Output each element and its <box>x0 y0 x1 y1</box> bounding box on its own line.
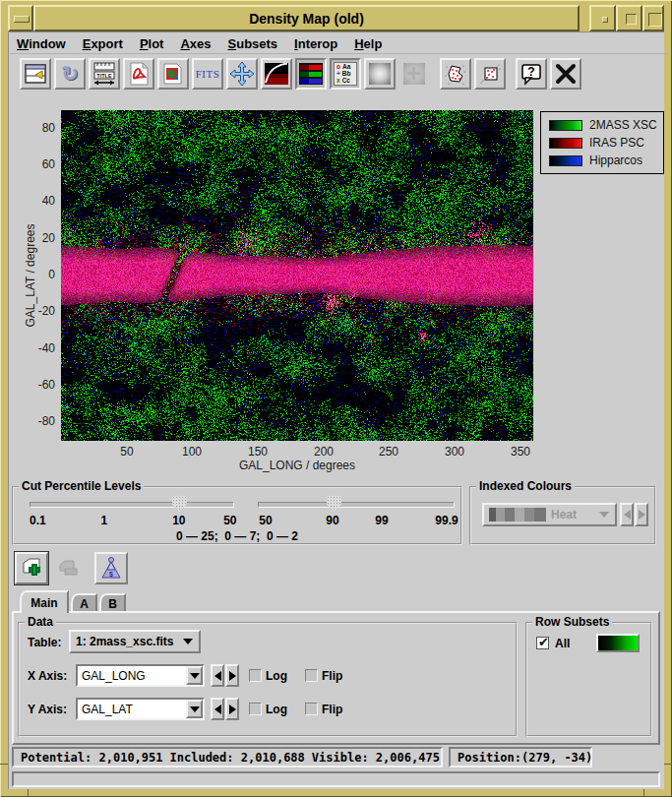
menu-help[interactable]: Help <box>354 36 382 51</box>
x-tick: 250 <box>367 445 410 459</box>
x-axis-dropdown-button[interactable] <box>186 666 203 685</box>
redraw-icon: ↻ <box>61 62 79 86</box>
x-tick: 150 <box>236 445 279 459</box>
image-icon <box>162 63 184 85</box>
subset-from-visible-button[interactable] <box>474 58 506 90</box>
cut-levels-title: Cut Percentile Levels <box>19 479 144 493</box>
minimize-icon <box>602 17 608 23</box>
indexed-colours-title: Indexed Colours <box>476 479 575 493</box>
subset-all-colormap-button[interactable] <box>596 634 640 652</box>
subset-all-checkbox[interactable] <box>536 637 549 649</box>
y-axis-select[interactable]: GAL_LAT <box>76 698 205 720</box>
arrow-left-icon <box>624 510 631 520</box>
svg-text:?: ? <box>527 65 534 79</box>
arrow-right-icon <box>229 705 236 714</box>
lower-slider-thumb[interactable] <box>172 496 187 512</box>
density-map-plot[interactable] <box>61 110 533 441</box>
y-axis-dropdown-button[interactable] <box>186 700 203 718</box>
split-window-icon <box>25 64 46 84</box>
close-button[interactable] <box>550 58 581 90</box>
fits-icon: FITS <box>196 68 220 80</box>
smooth-button[interactable] <box>364 58 396 90</box>
tab-a[interactable]: A <box>71 593 97 613</box>
export-image-button[interactable] <box>157 58 189 90</box>
x-axis-next-button[interactable] <box>225 664 239 687</box>
toggle-control-window-button[interactable] <box>20 58 51 90</box>
frame-seam <box>0 764 8 765</box>
x-flip-checkbox[interactable] <box>305 669 318 682</box>
x-log-checkbox[interactable] <box>249 669 262 682</box>
x-tick: 200 <box>302 445 345 459</box>
menubar: Window Export Plot Axes Subsets Interop … <box>10 33 669 54</box>
frame-seam <box>28 789 29 797</box>
visible-label: Visible: <box>312 751 369 765</box>
tab-b[interactable]: B <box>99 593 126 613</box>
legend-icon: oAa +Bb xCc <box>334 62 357 86</box>
table-select[interactable]: 1: 2mass_xsc.fits <box>69 630 201 653</box>
cut-levels-button[interactable] <box>261 58 292 90</box>
chevron-down-icon <box>599 512 609 518</box>
export-pdf-button[interactable] <box>123 58 154 90</box>
menu-window[interactable]: Window <box>17 36 66 51</box>
close-icon <box>555 63 577 85</box>
chevron-down-icon <box>190 673 200 679</box>
legend-toggle[interactable]: oAa +Bb xCc <box>330 58 361 90</box>
colormap-next-button <box>635 503 648 526</box>
x-axis-title: GAL_LONG / degrees <box>150 459 445 472</box>
upper-slider-thumb[interactable] <box>327 496 341 512</box>
smooth-disabled-icon <box>403 63 425 85</box>
resize-export-button[interactable]: TITLE <box>89 58 120 90</box>
row-subsets-title: Row Subsets <box>532 615 612 629</box>
included-label: Included: <box>170 751 234 765</box>
colormap-swatch-blue <box>549 155 582 166</box>
menu-subsets[interactable]: Subsets <box>228 36 278 51</box>
draw-subset-button[interactable] <box>440 58 471 90</box>
rescale-button[interactable] <box>226 58 258 90</box>
x-tick: 50 <box>105 445 149 459</box>
y-axis-prev-button[interactable] <box>211 698 224 720</box>
position-status-panel: Position:(279, -34) <box>449 747 592 767</box>
x-axis-label: X Axis: <box>28 669 67 683</box>
y-flip-checkbox[interactable] <box>305 703 318 715</box>
y-tick: -80 <box>24 414 55 428</box>
potential-label: Potential: <box>21 751 92 765</box>
x-axis-select[interactable]: GAL_LONG <box>76 664 205 687</box>
titlebar[interactable]: Density Map (old) <box>33 5 580 31</box>
y-tick: -20 <box>24 304 55 318</box>
x-tick: 300 <box>433 445 476 459</box>
table-label: Table: <box>28 636 61 649</box>
y-tick: 40 <box>24 194 55 208</box>
tab-main[interactable]: Main <box>20 590 69 613</box>
upper-percentile-slider[interactable]: 50 90 99 99.9 <box>258 494 455 514</box>
plot-legend: 2MASS XSC IRAS PSC Hipparcos <box>540 111 664 174</box>
cut-levels-group: Cut Percentile Levels 0.1 1 10 50 50 90 … <box>12 486 462 545</box>
window-menu-button[interactable] <box>8 5 33 31</box>
rgb-mode-toggle[interactable] <box>295 58 327 90</box>
row-subsets-group: Row Subsets All <box>525 622 652 737</box>
menu-axes[interactable]: Axes <box>180 36 211 51</box>
weight-mode-button[interactable]: $ <box>94 552 128 584</box>
add-dataset-button[interactable] <box>15 552 48 584</box>
indexed-colours-group: Indexed Colours Heat <box>469 486 656 545</box>
minimize-button[interactable] <box>589 5 616 31</box>
menu-interop[interactable]: Interop <box>294 36 337 51</box>
lower-percentile-slider[interactable]: 0.1 1 10 50 <box>30 494 234 514</box>
weight-bag-icon: $ <box>98 556 124 582</box>
replot-button[interactable]: ↻ <box>54 58 86 90</box>
potential-value: 2,010,951 <box>98 751 162 765</box>
maximize-button[interactable] <box>616 5 642 31</box>
ruler-title-icon: TITLE <box>92 62 116 86</box>
position-value: (279, -34) <box>521 751 592 765</box>
resize-corner[interactable] <box>642 5 664 31</box>
menu-export[interactable]: Export <box>83 36 123 51</box>
rgb-icon <box>299 63 323 85</box>
count-status-panel: Potential: 2,010,951Included: 2,010,688V… <box>12 747 443 767</box>
y-log-checkbox[interactable] <box>249 703 262 715</box>
export-fits-button[interactable]: FITS <box>192 58 223 90</box>
y-axis-next-button[interactable] <box>225 698 239 720</box>
region-subset-icon <box>478 62 502 86</box>
help-button[interactable]: ? <box>516 58 547 90</box>
x-axis-prev-button[interactable] <box>211 664 224 687</box>
visible-value: 2,006,475 <box>376 751 440 765</box>
menu-plot[interactable]: Plot <box>140 36 164 51</box>
